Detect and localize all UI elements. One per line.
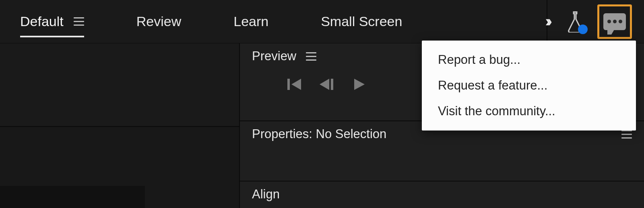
feedback-menu: Report a bug... Request a feature... Vis… [422,41,636,131]
play-icon[interactable] [353,78,365,92]
workspace-tab-label: Review [136,14,181,29]
svg-marker-4 [354,79,365,90]
workspace-overflow-icon[interactable]: ›› [545,13,549,30]
workspace-tab-label: Small Screen [321,14,402,29]
menu-item-report-bug[interactable]: Report a bug... [422,47,636,73]
panel-menu-icon[interactable] [621,130,632,139]
chat-bubble-icon [603,13,626,30]
empty-panel-top [0,43,239,127]
workspace-tab-review[interactable]: Review [136,14,181,29]
empty-panel-bottom [0,127,239,208]
workspace-tab-learn[interactable]: Learn [233,14,268,29]
svg-marker-1 [291,79,301,90]
left-column [0,43,239,208]
panel-title: Preview [252,49,296,63]
svg-rect-3 [331,79,333,90]
menu-item-request-feature[interactable]: Request a feature... [422,73,636,98]
workspace-tab-label: Learn [233,14,268,29]
panel-menu-icon[interactable] [306,52,316,61]
beta-flask-icon[interactable] [565,10,585,33]
panel-menu-icon[interactable] [74,17,84,26]
go-to-start-icon[interactable] [287,78,302,92]
panel-title: Align [252,187,280,202]
beta-notification-dot [578,24,588,34]
panel-footer-strip [0,186,145,208]
menu-item-visit-community[interactable]: Visit the community... [422,98,636,124]
align-panel: Align [240,181,644,208]
align-panel-header: Align [240,181,644,206]
workspace-bar: Default Review Learn Small Screen ›› [0,0,644,43]
workspace-tab-label: Default [20,14,64,29]
workspace-tab-small-screen[interactable]: Small Screen [321,14,402,29]
workspace-right-tools: ›› [545,0,632,43]
workspace-tab-default[interactable]: Default [20,14,84,29]
svg-rect-0 [287,79,290,90]
step-back-icon[interactable] [320,78,336,92]
panel-title: Properties: No Selection [252,127,386,141]
svg-marker-2 [320,79,329,90]
feedback-button[interactable] [597,4,632,39]
